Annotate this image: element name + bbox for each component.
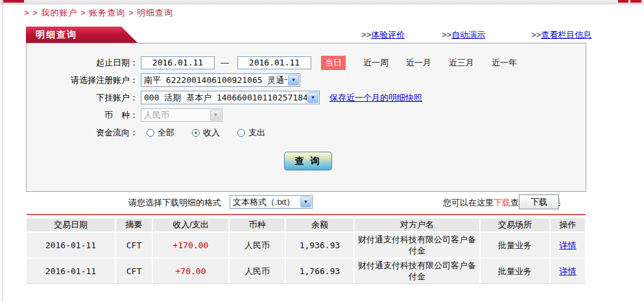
radio-circle-icon[interactable]	[237, 129, 245, 137]
currency-label: 币 种：	[27, 110, 138, 121]
register-account-label: 请选择注册账户：	[27, 75, 138, 86]
sub-account-row: 下挂账户： 000 活期 基本户 1406600101102571848 ▼ 保…	[27, 91, 586, 104]
sub-account-value: 000 活期 基本户 1406600101102571848	[141, 92, 307, 104]
currency-row: 币 种： 人民币 ▼	[27, 108, 586, 122]
radio-expense-label: 支出	[248, 127, 265, 139]
quick-range-quarter[interactable]: 近三月	[449, 57, 474, 69]
view-column-info-link[interactable]: >>查看栏目信息	[531, 29, 591, 41]
top-gradient-strip	[0, 0, 644, 5]
table-row-2-date: 2016-01-11	[27, 259, 115, 283]
download-format-label: 请您选择下载明细的格式	[128, 197, 221, 209]
breadcrumb-separator: >	[80, 8, 86, 17]
table-row-1-balance: 1,936.93	[286, 233, 353, 257]
sub-account-label: 下挂账户：	[27, 92, 138, 104]
start-date-input[interactable]	[141, 56, 215, 69]
download-button[interactable]: 下载	[519, 194, 559, 209]
register-account-row: 请选择注册账户： 南平 6222001406100921065 灵通卡 ▼	[27, 73, 586, 87]
experience-review-link[interactable]: >>体验评价	[361, 29, 405, 41]
view-column-info-link-text[interactable]: 查看栏目信息	[541, 30, 591, 40]
fund-flow-row: 资金流向： 全部 收入 支出	[27, 126, 586, 139]
link-arrows: >>	[531, 30, 541, 40]
col-header-date: 交易日期	[27, 218, 115, 231]
table-row-1-counterparty: 财付通支付科技有限公司客户备付金	[355, 233, 479, 257]
link-arrows: >>	[361, 30, 371, 40]
col-header-balance: 余额	[286, 218, 353, 231]
breadcrumb: > > 我的账户 > 账务查询 > 明细查询	[24, 7, 173, 19]
download-format-value: 文本格式（.txt）	[230, 196, 294, 208]
register-account-value: 南平 6222001406100921065 灵通卡	[141, 75, 287, 86]
left-dotted-border	[2, 0, 3, 302]
quick-range-today-badge[interactable]: 当日	[321, 56, 346, 70]
radio-all[interactable]: 全部	[147, 127, 174, 139]
col-header-action: 操作	[551, 218, 585, 231]
red-divider-line	[27, 214, 586, 215]
currency-value: 人民币	[141, 110, 169, 121]
link-arrows: >>	[442, 30, 451, 40]
date-range-label: 起止日期：	[27, 57, 138, 69]
breadcrumb-item-my-account[interactable]: 我的账户	[41, 8, 77, 17]
chevron-down-icon: ▼	[210, 110, 221, 121]
col-header-summary: 摘要	[116, 218, 152, 231]
date-range-row: 起止日期： — 当日 近一周 近一月 近三月 近一年	[27, 56, 586, 69]
table-row-1-date: 2016-01-11	[27, 233, 115, 257]
table-row-2-balance: 1,766.93	[286, 259, 353, 283]
currency-select-disabled: 人民币 ▼	[141, 108, 222, 122]
fund-flow-label: 资金流向：	[27, 127, 138, 139]
table-row-1-amount: +170.00	[153, 233, 228, 257]
radio-expense[interactable]: 支出	[237, 127, 265, 139]
radio-income[interactable]: 收入	[192, 127, 220, 139]
breadcrumb-item-account-query[interactable]: 账务查询	[89, 8, 125, 17]
download-format-select[interactable]: 文本格式（.txt） ▼	[230, 195, 313, 209]
download-inline-link[interactable]: 下载	[494, 198, 510, 207]
col-header-amount: 收入/支出	[153, 218, 228, 231]
table-row-1-detail-link[interactable]: 详情	[560, 240, 577, 251]
query-button[interactable]: 查 询	[284, 152, 332, 170]
col-header-currency: 币种	[230, 218, 285, 231]
table-row-1-venue: 批量业务	[481, 233, 549, 257]
breadcrumb-item-detail-query[interactable]: 明细查询	[137, 8, 173, 17]
cutoff-red-fragment-right	[630, 0, 641, 3]
table-row-1-summary: CFT	[116, 233, 152, 257]
chevron-down-icon[interactable]: ▼	[307, 92, 318, 103]
radio-income-label: 收入	[203, 127, 220, 139]
save-snapshot-link[interactable]: 保存近一个月的明细快照	[329, 92, 422, 104]
table-row-1-currency: 人民币	[230, 233, 285, 257]
auto-demo-link[interactable]: >>自动演示	[442, 29, 485, 41]
breadcrumb-prefix: > >	[24, 8, 38, 17]
download-hint-prefix: 您可以在这里	[443, 198, 494, 207]
download-row: 请您选择下载明细的格式 文本格式（.txt） ▼ 您可以在这里下载查询明细结果 …	[26, 192, 586, 212]
top-links-bar: >>体验评价 >>自动演示 >>查看栏目信息	[0, 29, 586, 40]
table-row-2-currency: 人民币	[230, 259, 285, 283]
radio-circle-icon[interactable]	[192, 129, 200, 137]
fund-flow-radio-group: 全部 收入 支出	[147, 127, 265, 139]
experience-review-link-text[interactable]: 体验评价	[371, 30, 405, 40]
chevron-down-icon[interactable]: ▼	[288, 75, 299, 86]
sub-account-select[interactable]: 000 活期 基本户 1406600101102571848 ▼	[141, 91, 320, 104]
date-range-separator: —	[221, 58, 229, 67]
chevron-down-icon[interactable]: ▼	[300, 196, 311, 207]
radio-circle-icon[interactable]	[147, 129, 154, 137]
col-header-counterparty: 对方户名	[355, 218, 479, 231]
cutoff-red-fragment-right	[618, 0, 628, 3]
query-form-panel: 起止日期： — 当日 近一周 近一月 近三月 近一年 请选择注册账户： 南平 6…	[26, 43, 586, 192]
cutoff-red-fragment-left	[3, 0, 24, 3]
bottom-divider-line	[27, 283, 586, 284]
register-account-select[interactable]: 南平 6222001406100921065 灵通卡 ▼	[141, 73, 300, 87]
transaction-table: 交易日期 摘要 收入/支出 币种 余额 对方户名 交易场所 操作 2016-01…	[27, 218, 585, 283]
quick-range-year[interactable]: 近一年	[492, 57, 517, 69]
table-row-2-detail-link[interactable]: 详情	[560, 266, 577, 277]
table-row-2-amount: +70.00	[153, 259, 228, 283]
table-row-2-summary: CFT	[116, 259, 152, 283]
auto-demo-link-text[interactable]: 自动演示	[451, 30, 485, 40]
quick-range-month[interactable]: 近一月	[406, 57, 431, 69]
end-date-input[interactable]	[237, 56, 311, 69]
radio-all-label: 全部	[158, 127, 174, 139]
table-row-2-counterparty: 财付通支付科技有限公司客户备付金	[355, 259, 479, 283]
quick-range-week[interactable]: 近一周	[363, 57, 388, 69]
breadcrumb-separator: >	[128, 8, 134, 17]
table-row-2-venue: 批量业务	[481, 259, 549, 283]
col-header-venue: 交易场所	[481, 218, 549, 231]
